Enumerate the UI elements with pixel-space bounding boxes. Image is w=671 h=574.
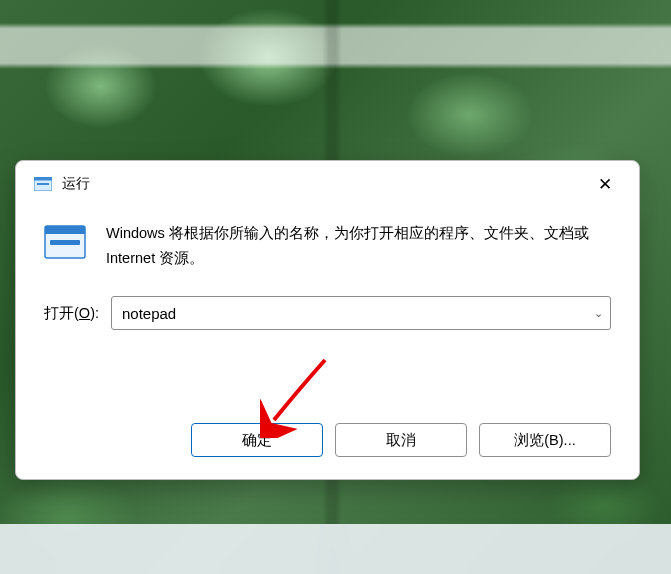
button-row: 确定 取消 浏览(B)... [16, 405, 639, 479]
taskbar [0, 524, 671, 574]
svg-rect-1 [34, 177, 52, 181]
dialog-title: 运行 [62, 175, 583, 193]
titlebar: 运行 ✕ [16, 161, 639, 203]
browse-button[interactable]: 浏览(B)... [479, 423, 611, 457]
cancel-button[interactable]: 取消 [335, 423, 467, 457]
run-dialog: 运行 ✕ Windows 将根据你所输入的名称，为你打开相应的程序、文件夹、文档… [15, 160, 640, 480]
open-input[interactable] [111, 296, 611, 330]
ok-button[interactable]: 确定 [191, 423, 323, 457]
open-label-suffix: ): [90, 305, 99, 321]
open-label: 打开(O): [44, 304, 99, 323]
close-button[interactable]: ✕ [583, 169, 627, 199]
open-label-accelerator: O [79, 305, 90, 321]
svg-rect-2 [37, 183, 49, 185]
svg-rect-5 [50, 240, 80, 245]
open-combobox[interactable]: ⌄ [111, 296, 611, 330]
description-text: Windows 将根据你所输入的名称，为你打开相应的程序、文件夹、文档或 Int… [106, 221, 611, 270]
open-row: 打开(O): ⌄ [44, 296, 611, 330]
svg-rect-4 [45, 226, 85, 234]
open-label-prefix: 打开( [44, 305, 79, 321]
description-row: Windows 将根据你所输入的名称，为你打开相应的程序、文件夹、文档或 Int… [44, 221, 611, 270]
dialog-content: Windows 将根据你所输入的名称，为你打开相应的程序、文件夹、文档或 Int… [16, 203, 639, 405]
run-titlebar-icon [34, 177, 52, 191]
run-icon [44, 225, 86, 259]
close-icon: ✕ [598, 176, 612, 193]
